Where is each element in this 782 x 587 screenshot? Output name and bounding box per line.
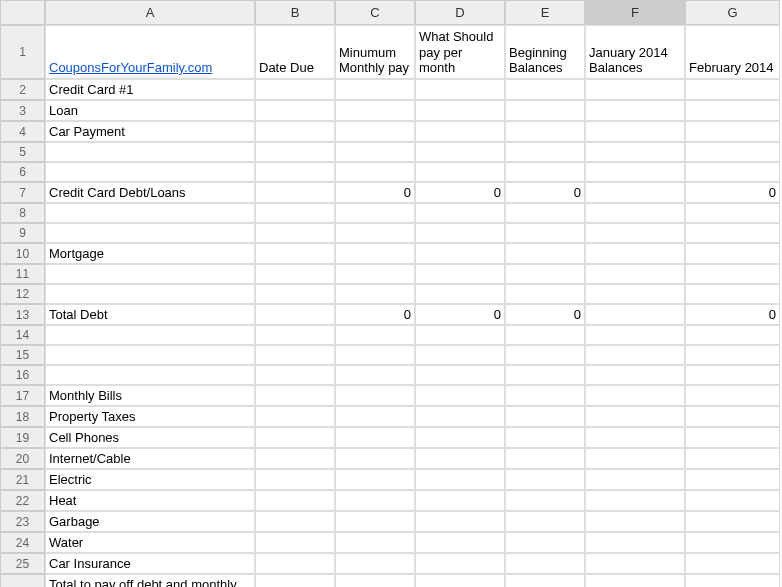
cell-A4[interactable]: Car Payment: [45, 121, 255, 142]
cell-E3[interactable]: [505, 100, 585, 121]
cell-A25[interactable]: Car Insurance: [45, 553, 255, 574]
cell-C19[interactable]: [335, 427, 415, 448]
row-header-1[interactable]: 1: [0, 25, 45, 79]
cell-B7[interactable]: [255, 182, 335, 203]
cell-G3[interactable]: [685, 100, 780, 121]
cell-G7[interactable]: 0: [685, 182, 780, 203]
cell-D10[interactable]: [415, 243, 505, 264]
row-header-18[interactable]: 18: [0, 406, 45, 427]
row-header-5[interactable]: 5: [0, 142, 45, 162]
cell-F17[interactable]: [585, 385, 685, 406]
cell-C5[interactable]: [335, 142, 415, 162]
cell-E26[interactable]: [505, 574, 585, 587]
cell-F3[interactable]: [585, 100, 685, 121]
cell-A11[interactable]: [45, 264, 255, 284]
column-header-F[interactable]: F: [585, 0, 685, 25]
cell-C12[interactable]: [335, 284, 415, 304]
cell-C16[interactable]: [335, 365, 415, 385]
cell-F18[interactable]: [585, 406, 685, 427]
cell-D22[interactable]: [415, 490, 505, 511]
column-header-A[interactable]: A: [45, 0, 255, 25]
cell-G9[interactable]: [685, 223, 780, 243]
cell-F23[interactable]: [585, 511, 685, 532]
cell-C26[interactable]: 0: [335, 574, 415, 587]
cell-F2[interactable]: [585, 79, 685, 100]
cell-B6[interactable]: [255, 162, 335, 182]
spreadsheet-grid[interactable]: ABCDEFG1CouponsForYourFamily.comDate Due…: [0, 0, 782, 587]
cell-B12[interactable]: [255, 284, 335, 304]
cell-E20[interactable]: [505, 448, 585, 469]
cell-B9[interactable]: [255, 223, 335, 243]
cell-D13[interactable]: 0: [415, 304, 505, 325]
cell-F22[interactable]: [585, 490, 685, 511]
cell-D24[interactable]: [415, 532, 505, 553]
cell-G23[interactable]: [685, 511, 780, 532]
cell-G21[interactable]: [685, 469, 780, 490]
cell-B22[interactable]: [255, 490, 335, 511]
cell-G26[interactable]: [685, 574, 780, 587]
cell-G6[interactable]: [685, 162, 780, 182]
cell-A24[interactable]: Water: [45, 532, 255, 553]
cell-D11[interactable]: [415, 264, 505, 284]
cell-G1[interactable]: February 2014: [685, 25, 780, 79]
cell-C2[interactable]: [335, 79, 415, 100]
cell-C15[interactable]: [335, 345, 415, 365]
cell-B3[interactable]: [255, 100, 335, 121]
cell-B8[interactable]: [255, 203, 335, 223]
cell-D5[interactable]: [415, 142, 505, 162]
cell-G16[interactable]: [685, 365, 780, 385]
cell-D14[interactable]: [415, 325, 505, 345]
row-header-13[interactable]: 13: [0, 304, 45, 325]
column-header-B[interactable]: B: [255, 0, 335, 25]
cell-A21[interactable]: Electric: [45, 469, 255, 490]
cell-C13[interactable]: 0: [335, 304, 415, 325]
cell-C23[interactable]: [335, 511, 415, 532]
row-header-24[interactable]: 24: [0, 532, 45, 553]
cell-G17[interactable]: [685, 385, 780, 406]
cell-E11[interactable]: [505, 264, 585, 284]
cell-F4[interactable]: [585, 121, 685, 142]
cell-B1[interactable]: Date Due: [255, 25, 335, 79]
cell-A13[interactable]: Total Debt: [45, 304, 255, 325]
row-header-26[interactable]: 26: [0, 574, 45, 587]
row-header-3[interactable]: 3: [0, 100, 45, 121]
cell-A20[interactable]: Internet/Cable: [45, 448, 255, 469]
cell-A18[interactable]: Property Taxes: [45, 406, 255, 427]
cell-E2[interactable]: [505, 79, 585, 100]
cell-D21[interactable]: [415, 469, 505, 490]
cell-B18[interactable]: [255, 406, 335, 427]
cell-A8[interactable]: [45, 203, 255, 223]
cell-A2[interactable]: Credit Card #1: [45, 79, 255, 100]
cell-C20[interactable]: [335, 448, 415, 469]
cell-B17[interactable]: [255, 385, 335, 406]
cell-B26[interactable]: [255, 574, 335, 587]
cell-B16[interactable]: [255, 365, 335, 385]
cell-B10[interactable]: [255, 243, 335, 264]
cell-C24[interactable]: [335, 532, 415, 553]
cell-G19[interactable]: [685, 427, 780, 448]
cell-D9[interactable]: [415, 223, 505, 243]
column-header-C[interactable]: C: [335, 0, 415, 25]
cell-E15[interactable]: [505, 345, 585, 365]
row-header-4[interactable]: 4: [0, 121, 45, 142]
cell-C21[interactable]: [335, 469, 415, 490]
cell-F8[interactable]: [585, 203, 685, 223]
cell-C6[interactable]: [335, 162, 415, 182]
cell-F15[interactable]: [585, 345, 685, 365]
row-header-12[interactable]: 12: [0, 284, 45, 304]
row-header-14[interactable]: 14: [0, 325, 45, 345]
cell-G18[interactable]: [685, 406, 780, 427]
cell-D16[interactable]: [415, 365, 505, 385]
cell-E17[interactable]: [505, 385, 585, 406]
column-header-D[interactable]: D: [415, 0, 505, 25]
column-header-G[interactable]: G: [685, 0, 780, 25]
cell-E21[interactable]: [505, 469, 585, 490]
cell-D20[interactable]: [415, 448, 505, 469]
cell-C7[interactable]: 0: [335, 182, 415, 203]
cell-F11[interactable]: [585, 264, 685, 284]
cell-B14[interactable]: [255, 325, 335, 345]
row-header-21[interactable]: 21: [0, 469, 45, 490]
cell-F21[interactable]: [585, 469, 685, 490]
cell-D4[interactable]: [415, 121, 505, 142]
row-header-15[interactable]: 15: [0, 345, 45, 365]
